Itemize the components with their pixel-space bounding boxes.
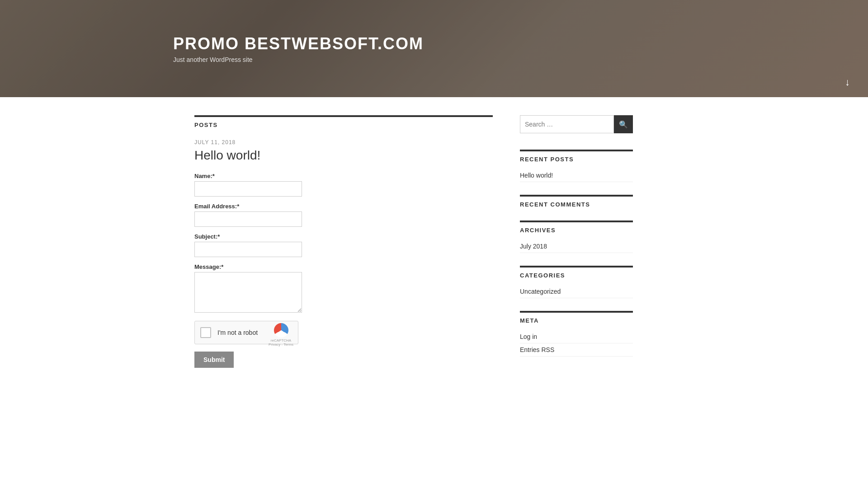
meta-title: META — [520, 311, 633, 324]
submit-button[interactable]: Submit — [194, 352, 234, 368]
search-button[interactable]: 🔍 — [614, 115, 633, 133]
recaptcha-privacy-text: Privacy - Terms — [269, 343, 293, 347]
archives-title: ARCHIVES — [520, 221, 633, 234]
site-title: PROMO BESTWEBSOFT.COM — [173, 34, 424, 53]
recent-comments-section: RECENT COMMENTS — [520, 195, 633, 208]
name-input[interactable] — [194, 181, 302, 197]
email-label: Email Address:* — [194, 203, 493, 210]
captcha-checkbox[interactable] — [200, 327, 211, 338]
archives-section: ARCHIVES July 2018 — [520, 221, 633, 253]
name-field-group: Name:* — [194, 173, 493, 197]
sidebar: 🔍 RECENT POSTS Hello world! RECENT COMME… — [520, 115, 633, 369]
search-input[interactable] — [520, 115, 614, 133]
meta-rss-link[interactable]: Entries RSS — [520, 343, 633, 357]
search-icon: 🔍 — [619, 120, 628, 129]
site-subtitle: Just another WordPress site — [173, 56, 424, 63]
post-title: Hello world! — [194, 148, 493, 163]
recaptcha-logo: reCAPTCHA Privacy - Terms — [269, 323, 293, 347]
archive-link[interactable]: July 2018 — [520, 240, 633, 253]
chevron-down-icon: ↓ — [845, 76, 850, 88]
email-field-group: Email Address:* — [194, 203, 493, 227]
header-content: PROMO BESTWEBSOFT.COM Just another WordP… — [0, 34, 424, 63]
search-widget: 🔍 — [520, 115, 633, 133]
recaptcha-icon — [274, 323, 288, 338]
site-header: PROMO BESTWEBSOFT.COM Just another WordP… — [0, 0, 868, 97]
recent-comments-title: RECENT COMMENTS — [520, 195, 633, 208]
recent-post-link[interactable]: Hello world! — [520, 169, 633, 182]
category-link[interactable]: Uncategorized — [520, 285, 633, 298]
post-date: JULY 11, 2018 — [194, 139, 493, 145]
captcha-widget[interactable]: I'm not a robot reCAPTCHA Privacy - Term… — [194, 321, 298, 344]
captcha-label: I'm not a robot — [217, 329, 258, 336]
recaptcha-brand-text: reCAPTCHA — [271, 338, 291, 343]
subject-field-group: Subject:* — [194, 233, 493, 257]
subject-input[interactable] — [194, 242, 302, 257]
recent-posts-title: RECENT POSTS — [520, 150, 633, 163]
subject-label: Subject:* — [194, 233, 493, 240]
email-input[interactable] — [194, 211, 302, 227]
scroll-down-button[interactable]: ↓ — [845, 76, 850, 88]
content-area: POSTS JULY 11, 2018 Hello world! Name:* … — [194, 115, 493, 369]
meta-login-link[interactable]: Log in — [520, 330, 633, 343]
message-textarea[interactable] — [194, 272, 302, 313]
message-field-group: Message:* — [194, 263, 493, 314]
contact-form: Name:* Email Address:* Subject:* Message… — [194, 173, 493, 368]
message-label: Message:* — [194, 263, 493, 270]
categories-title: CATEGORIES — [520, 266, 633, 279]
name-label: Name:* — [194, 173, 493, 179]
recent-posts-section: RECENT POSTS Hello world! — [520, 150, 633, 182]
posts-section-label: POSTS — [194, 115, 493, 128]
categories-section: CATEGORIES Uncategorized — [520, 266, 633, 298]
meta-section: META Log in Entries RSS — [520, 311, 633, 357]
main-wrapper: POSTS JULY 11, 2018 Hello world! Name:* … — [185, 97, 683, 387]
